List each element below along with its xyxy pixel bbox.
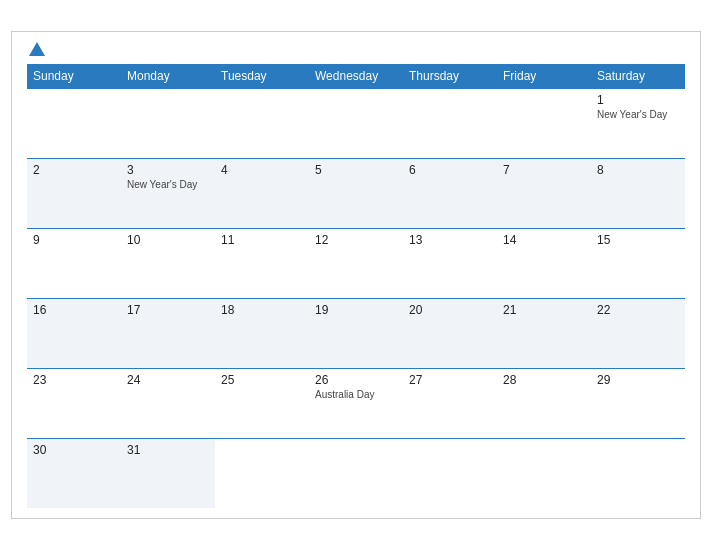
day-number: 2 (33, 163, 115, 177)
calendar-cell: 27 (403, 368, 497, 438)
day-number: 6 (409, 163, 491, 177)
calendar-week-row: 9101112131415 (27, 228, 685, 298)
calendar-cell: 16 (27, 298, 121, 368)
calendar-cell (309, 88, 403, 158)
holiday-name: New Year's Day (127, 179, 209, 190)
day-number: 31 (127, 443, 209, 457)
day-number: 12 (315, 233, 397, 247)
calendar-cell (403, 88, 497, 158)
calendar-cell: 31 (121, 438, 215, 508)
calendar-cell: 25 (215, 368, 309, 438)
calendar-cell (403, 438, 497, 508)
calendar-cell: 13 (403, 228, 497, 298)
calendar-cell: 18 (215, 298, 309, 368)
calendar-cell: 28 (497, 368, 591, 438)
calendar-header (27, 42, 685, 56)
day-number: 7 (503, 163, 585, 177)
calendar-week-row: 23242526Australia Day272829 (27, 368, 685, 438)
calendar-cell: 22 (591, 298, 685, 368)
day-number: 15 (597, 233, 679, 247)
calendar-cell (121, 88, 215, 158)
calendar-cell (591, 438, 685, 508)
day-number: 24 (127, 373, 209, 387)
calendar-cell: 4 (215, 158, 309, 228)
day-number: 5 (315, 163, 397, 177)
day-number: 13 (409, 233, 491, 247)
weekday-header-sunday: Sunday (27, 64, 121, 89)
logo (27, 42, 47, 56)
calendar-cell: 8 (591, 158, 685, 228)
calendar-cell: 11 (215, 228, 309, 298)
day-number: 29 (597, 373, 679, 387)
calendar-cell (215, 88, 309, 158)
day-number: 10 (127, 233, 209, 247)
calendar-week-row: 16171819202122 (27, 298, 685, 368)
calendar-cell (309, 438, 403, 508)
calendar-cell (27, 88, 121, 158)
day-number: 19 (315, 303, 397, 317)
calendar-cell: 12 (309, 228, 403, 298)
day-number: 14 (503, 233, 585, 247)
calendar-cell (497, 88, 591, 158)
weekday-header-row: SundayMondayTuesdayWednesdayThursdayFrid… (27, 64, 685, 89)
logo-triangle-icon (29, 42, 45, 56)
calendar-cell: 6 (403, 158, 497, 228)
day-number: 28 (503, 373, 585, 387)
day-number: 25 (221, 373, 303, 387)
calendar-cell (497, 438, 591, 508)
calendar-cell: 29 (591, 368, 685, 438)
calendar-grid: SundayMondayTuesdayWednesdayThursdayFrid… (27, 64, 685, 509)
day-number: 18 (221, 303, 303, 317)
day-number: 21 (503, 303, 585, 317)
day-number: 20 (409, 303, 491, 317)
calendar-cell: 17 (121, 298, 215, 368)
weekday-header-wednesday: Wednesday (309, 64, 403, 89)
calendar-cell: 14 (497, 228, 591, 298)
weekday-header-monday: Monday (121, 64, 215, 89)
day-number: 9 (33, 233, 115, 247)
calendar-cell: 9 (27, 228, 121, 298)
holiday-name: New Year's Day (597, 109, 679, 120)
calendar-cell: 26Australia Day (309, 368, 403, 438)
calendar-cell: 2 (27, 158, 121, 228)
day-number: 4 (221, 163, 303, 177)
day-number: 3 (127, 163, 209, 177)
calendar-cell: 24 (121, 368, 215, 438)
calendar-cell: 3New Year's Day (121, 158, 215, 228)
weekday-header-saturday: Saturday (591, 64, 685, 89)
weekday-header-thursday: Thursday (403, 64, 497, 89)
day-number: 17 (127, 303, 209, 317)
calendar-cell (215, 438, 309, 508)
calendar-week-row: 23New Year's Day45678 (27, 158, 685, 228)
day-number: 30 (33, 443, 115, 457)
calendar-cell: 10 (121, 228, 215, 298)
day-number: 8 (597, 163, 679, 177)
calendar-cell: 20 (403, 298, 497, 368)
calendar-cell: 7 (497, 158, 591, 228)
day-number: 16 (33, 303, 115, 317)
day-number: 11 (221, 233, 303, 247)
calendar-week-row: 1New Year's Day (27, 88, 685, 158)
holiday-name: Australia Day (315, 389, 397, 400)
weekday-header-tuesday: Tuesday (215, 64, 309, 89)
day-number: 22 (597, 303, 679, 317)
calendar-cell: 5 (309, 158, 403, 228)
day-number: 26 (315, 373, 397, 387)
calendar-cell: 23 (27, 368, 121, 438)
day-number: 27 (409, 373, 491, 387)
weekday-header-friday: Friday (497, 64, 591, 89)
day-number: 1 (597, 93, 679, 107)
calendar-cell: 15 (591, 228, 685, 298)
day-number: 23 (33, 373, 115, 387)
calendar-week-row: 3031 (27, 438, 685, 508)
calendar-cell: 19 (309, 298, 403, 368)
calendar-cell: 21 (497, 298, 591, 368)
calendar-cell: 1New Year's Day (591, 88, 685, 158)
calendar-container: SundayMondayTuesdayWednesdayThursdayFrid… (11, 31, 701, 520)
calendar-cell: 30 (27, 438, 121, 508)
